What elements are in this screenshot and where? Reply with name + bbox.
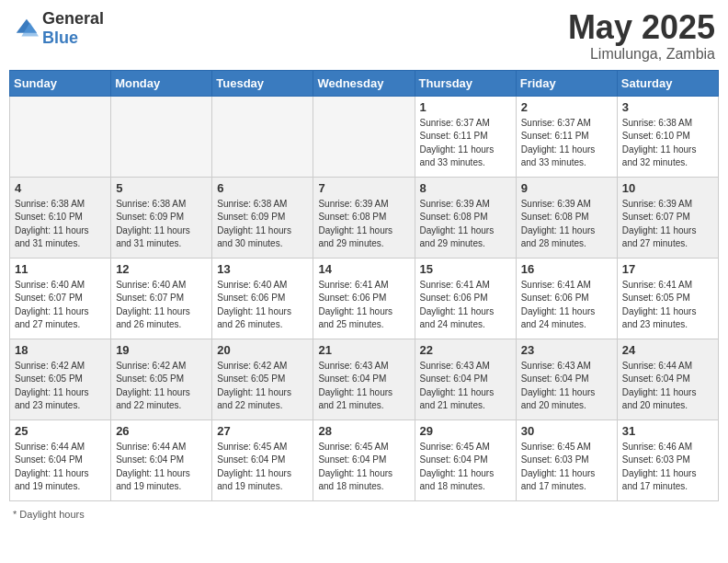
day-number: 15 — [420, 262, 511, 276]
calendar-cell: 27Sunrise: 6:45 AM Sunset: 6:04 PM Dayli… — [212, 419, 313, 500]
day-info: Sunrise: 6:43 AM Sunset: 6:04 PM Dayligh… — [521, 360, 612, 413]
day-info: Sunrise: 6:40 AM Sunset: 6:07 PM Dayligh… — [15, 279, 106, 332]
logo-icon — [13, 16, 39, 41]
calendar-day-header: Friday — [516, 70, 617, 96]
day-info: Sunrise: 6:42 AM Sunset: 6:05 PM Dayligh… — [116, 360, 207, 413]
calendar-cell: 26Sunrise: 6:44 AM Sunset: 6:04 PM Dayli… — [111, 419, 212, 500]
calendar-week-row: 25Sunrise: 6:44 AM Sunset: 6:04 PM Dayli… — [10, 419, 719, 500]
calendar-cell: 1Sunrise: 6:37 AM Sunset: 6:11 PM Daylig… — [415, 96, 516, 177]
day-number: 6 — [217, 181, 308, 195]
logo: General Blue — [13, 9, 104, 48]
day-info: Sunrise: 6:38 AM Sunset: 6:10 PM Dayligh… — [622, 117, 713, 170]
day-info: Sunrise: 6:38 AM Sunset: 6:09 PM Dayligh… — [116, 198, 207, 251]
day-number: 23 — [521, 343, 612, 357]
day-number: 21 — [318, 343, 409, 357]
calendar-day-header: Thursday — [415, 70, 516, 96]
day-number: 8 — [420, 181, 511, 195]
day-info: Sunrise: 6:41 AM Sunset: 6:05 PM Dayligh… — [622, 279, 713, 332]
calendar-day-header: Tuesday — [212, 70, 313, 96]
day-info: Sunrise: 6:45 AM Sunset: 6:04 PM Dayligh… — [420, 441, 511, 494]
day-info: Sunrise: 6:39 AM Sunset: 6:08 PM Dayligh… — [420, 198, 511, 251]
calendar-cell: 24Sunrise: 6:44 AM Sunset: 6:04 PM Dayli… — [617, 339, 718, 419]
daylight-hours-label: Daylight hours — [19, 509, 84, 520]
day-info: Sunrise: 6:45 AM Sunset: 6:04 PM Dayligh… — [217, 441, 308, 494]
day-number: 18 — [15, 343, 106, 357]
day-number: 9 — [521, 181, 612, 195]
calendar-cell: 12Sunrise: 6:40 AM Sunset: 6:07 PM Dayli… — [111, 258, 212, 339]
day-info: Sunrise: 6:44 AM Sunset: 6:04 PM Dayligh… — [116, 441, 207, 494]
day-info: Sunrise: 6:38 AM Sunset: 6:10 PM Dayligh… — [15, 198, 106, 251]
day-info: Sunrise: 6:39 AM Sunset: 6:07 PM Dayligh… — [622, 198, 713, 251]
calendar-cell: 15Sunrise: 6:41 AM Sunset: 6:06 PM Dayli… — [415, 258, 516, 339]
month-title: May 2025 — [568, 9, 715, 46]
calendar-cell: 28Sunrise: 6:45 AM Sunset: 6:04 PM Dayli… — [313, 419, 415, 500]
calendar-cell — [10, 96, 111, 177]
day-number: 4 — [15, 181, 106, 195]
calendar-day-header: Saturday — [617, 70, 718, 96]
calendar-cell: 20Sunrise: 6:42 AM Sunset: 6:05 PM Dayli… — [212, 339, 313, 419]
calendar-table: SundayMondayTuesdayWednesdayThursdayFrid… — [9, 70, 719, 501]
day-info: Sunrise: 6:45 AM Sunset: 6:03 PM Dayligh… — [521, 441, 612, 494]
calendar-cell: 29Sunrise: 6:45 AM Sunset: 6:04 PM Dayli… — [415, 419, 516, 500]
day-number: 22 — [420, 343, 511, 357]
day-info: Sunrise: 6:41 AM Sunset: 6:06 PM Dayligh… — [420, 279, 511, 332]
day-number: 7 — [318, 181, 409, 195]
day-number: 29 — [420, 424, 511, 438]
day-info: Sunrise: 6:43 AM Sunset: 6:04 PM Dayligh… — [318, 360, 409, 413]
calendar-cell: 16Sunrise: 6:41 AM Sunset: 6:06 PM Dayli… — [516, 258, 617, 339]
day-info: Sunrise: 6:37 AM Sunset: 6:11 PM Dayligh… — [420, 117, 511, 170]
calendar-cell: 17Sunrise: 6:41 AM Sunset: 6:05 PM Dayli… — [617, 258, 718, 339]
day-info: Sunrise: 6:45 AM Sunset: 6:04 PM Dayligh… — [318, 441, 409, 494]
day-number: 12 — [116, 262, 207, 276]
day-info: Sunrise: 6:41 AM Sunset: 6:06 PM Dayligh… — [318, 279, 409, 332]
day-info: Sunrise: 6:44 AM Sunset: 6:04 PM Dayligh… — [622, 360, 713, 413]
calendar-cell: 6Sunrise: 6:38 AM Sunset: 6:09 PM Daylig… — [212, 177, 313, 258]
day-number: 27 — [217, 424, 308, 438]
day-info: Sunrise: 6:42 AM Sunset: 6:05 PM Dayligh… — [15, 360, 106, 413]
calendar-cell: 5Sunrise: 6:38 AM Sunset: 6:09 PM Daylig… — [111, 177, 212, 258]
day-number: 17 — [622, 262, 713, 276]
calendar-cell: 4Sunrise: 6:38 AM Sunset: 6:10 PM Daylig… — [10, 177, 111, 258]
calendar-cell: 9Sunrise: 6:39 AM Sunset: 6:08 PM Daylig… — [516, 177, 617, 258]
calendar-cell: 13Sunrise: 6:40 AM Sunset: 6:06 PM Dayli… — [212, 258, 313, 339]
calendar-cell: 22Sunrise: 6:43 AM Sunset: 6:04 PM Dayli… — [415, 339, 516, 419]
calendar-cell: 2Sunrise: 6:37 AM Sunset: 6:11 PM Daylig… — [516, 96, 617, 177]
calendar-cell — [212, 96, 313, 177]
day-number: 30 — [521, 424, 612, 438]
calendar-cell — [313, 96, 415, 177]
day-number: 26 — [116, 424, 207, 438]
calendar-week-row: 18Sunrise: 6:42 AM Sunset: 6:05 PM Dayli… — [10, 339, 719, 419]
calendar-cell: 30Sunrise: 6:45 AM Sunset: 6:03 PM Dayli… — [516, 419, 617, 500]
day-number: 16 — [521, 262, 612, 276]
day-info: Sunrise: 6:37 AM Sunset: 6:11 PM Dayligh… — [521, 117, 612, 170]
calendar-cell: 18Sunrise: 6:42 AM Sunset: 6:05 PM Dayli… — [10, 339, 111, 419]
calendar-cell: 23Sunrise: 6:43 AM Sunset: 6:04 PM Dayli… — [516, 339, 617, 419]
day-number: 25 — [15, 424, 106, 438]
page-header: General Blue May 2025 Limulunga, Zambia — [9, 9, 719, 63]
day-number: 14 — [318, 262, 409, 276]
day-number: 19 — [116, 343, 207, 357]
day-number: 1 — [420, 100, 511, 114]
day-number: 28 — [318, 424, 409, 438]
calendar-cell: 11Sunrise: 6:40 AM Sunset: 6:07 PM Dayli… — [10, 258, 111, 339]
day-info: Sunrise: 6:39 AM Sunset: 6:08 PM Dayligh… — [318, 198, 409, 251]
calendar-cell: 14Sunrise: 6:41 AM Sunset: 6:06 PM Dayli… — [313, 258, 415, 339]
calendar-cell: 10Sunrise: 6:39 AM Sunset: 6:07 PM Dayli… — [617, 177, 718, 258]
day-info: Sunrise: 6:39 AM Sunset: 6:08 PM Dayligh… — [521, 198, 612, 251]
calendar-cell: 21Sunrise: 6:43 AM Sunset: 6:04 PM Dayli… — [313, 339, 415, 419]
day-info: Sunrise: 6:43 AM Sunset: 6:04 PM Dayligh… — [420, 360, 511, 413]
logo-text: General Blue — [42, 9, 104, 48]
day-info: Sunrise: 6:42 AM Sunset: 6:05 PM Dayligh… — [217, 360, 308, 413]
day-number: 10 — [622, 181, 713, 195]
calendar-cell: 8Sunrise: 6:39 AM Sunset: 6:08 PM Daylig… — [415, 177, 516, 258]
calendar-week-row: 4Sunrise: 6:38 AM Sunset: 6:10 PM Daylig… — [10, 177, 719, 258]
day-info: Sunrise: 6:38 AM Sunset: 6:09 PM Dayligh… — [217, 198, 308, 251]
day-number: 31 — [622, 424, 713, 438]
location-title: Limulunga, Zambia — [568, 46, 715, 63]
calendar-cell: 19Sunrise: 6:42 AM Sunset: 6:05 PM Dayli… — [111, 339, 212, 419]
title-area: May 2025 Limulunga, Zambia — [568, 9, 715, 63]
logo-blue: Blue — [42, 29, 78, 47]
calendar-cell: 25Sunrise: 6:44 AM Sunset: 6:04 PM Dayli… — [10, 419, 111, 500]
footer: * Daylight hours — [9, 509, 719, 520]
calendar-day-header: Sunday — [10, 70, 111, 96]
